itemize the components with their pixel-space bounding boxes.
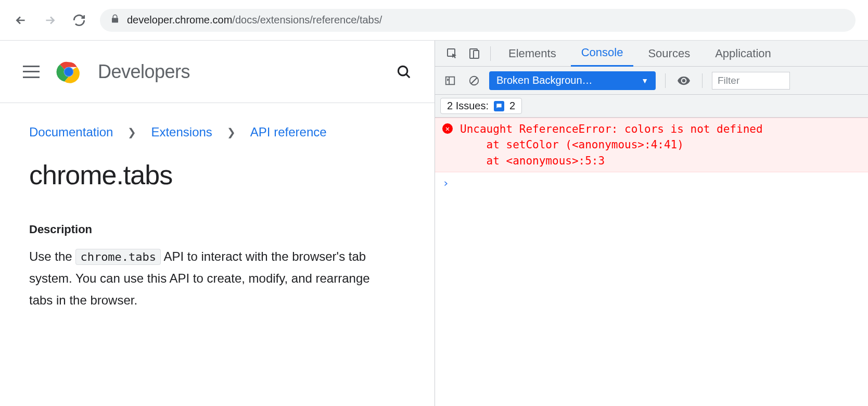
site-title: Developers	[98, 61, 190, 83]
breadcrumb: Documentation ❯ Extensions ❯ API referen…	[0, 103, 435, 145]
devtools-tabbar: Elements Console Sources Application	[435, 41, 868, 67]
filter-input[interactable]: Filter	[712, 72, 790, 90]
error-message: Uncaught ReferenceError: colors is not d…	[460, 121, 763, 169]
svg-point-2	[398, 66, 407, 75]
prompt-chevron-icon: ›	[442, 176, 449, 189]
context-selector-label: Broken Backgroun…	[496, 74, 593, 86]
breadcrumb-item[interactable]: API reference	[250, 125, 327, 139]
separator	[665, 73, 666, 88]
code-inline: chrome.tabs	[75, 249, 161, 265]
page-title: chrome.tabs	[0, 145, 435, 213]
address-bar[interactable]: developer.chrome.com/docs/extensions/ref…	[100, 9, 856, 32]
svg-rect-5	[474, 50, 479, 58]
description-heading: Description	[0, 213, 435, 239]
tab-elements[interactable]: Elements	[498, 41, 567, 67]
chrome-logo-icon	[54, 57, 83, 86]
site-header: Developers	[0, 41, 435, 103]
url-text: developer.chrome.com/docs/extensions/ref…	[127, 14, 382, 26]
browser-toolbar: developer.chrome.com/docs/extensions/ref…	[0, 0, 868, 41]
issues-count: 2	[509, 100, 515, 112]
issues-button[interactable]: 2 Issues: 2	[440, 98, 522, 114]
separator	[702, 73, 703, 88]
issues-chat-icon	[494, 101, 504, 111]
svg-rect-6	[446, 77, 455, 84]
issues-label: 2 Issues:	[447, 100, 489, 112]
issues-bar: 2 Issues: 2	[435, 95, 868, 118]
chevron-down-icon: ▼	[641, 77, 648, 85]
tab-application[interactable]: Application	[705, 41, 782, 67]
context-selector[interactable]: Broken Backgroun… ▼	[489, 71, 656, 90]
lock-icon	[110, 14, 120, 26]
live-expression-icon[interactable]	[675, 72, 693, 90]
console-error-entry[interactable]: ✕ Uncaught ReferenceError: colors is not…	[435, 118, 868, 172]
separator	[490, 46, 491, 61]
chevron-right-icon: ❯	[227, 126, 236, 138]
back-button[interactable]	[12, 12, 29, 29]
svg-point-1	[65, 68, 72, 75]
description-text: Use the chrome.tabs API to interact with…	[0, 239, 406, 318]
console-prompt[interactable]: ›	[435, 172, 868, 194]
device-toolbar-icon[interactable]	[465, 45, 483, 62]
search-button[interactable]	[396, 64, 412, 80]
console-output[interactable]: ✕ Uncaught ReferenceError: colors is not…	[435, 118, 868, 406]
tab-sources[interactable]: Sources	[637, 41, 700, 67]
clear-console-icon[interactable]	[465, 72, 483, 90]
reload-button[interactable]	[71, 12, 87, 29]
console-sidebar-toggle-icon[interactable]	[441, 72, 459, 90]
devtools-panel: Elements Console Sources Application Bro…	[435, 41, 868, 406]
tab-console[interactable]: Console	[571, 41, 634, 67]
console-toolbar: Broken Backgroun… ▼ Filter	[435, 67, 868, 95]
menu-button[interactable]	[23, 66, 40, 78]
error-icon: ✕	[442, 123, 453, 134]
page-content: Developers Documentation ❯ Extensions ❯ …	[0, 41, 435, 406]
breadcrumb-item[interactable]: Extensions	[151, 125, 212, 139]
breadcrumb-item[interactable]: Documentation	[29, 125, 113, 139]
forward-button[interactable]	[42, 12, 58, 29]
chevron-right-icon: ❯	[127, 126, 136, 138]
inspect-element-icon[interactable]	[443, 45, 461, 62]
